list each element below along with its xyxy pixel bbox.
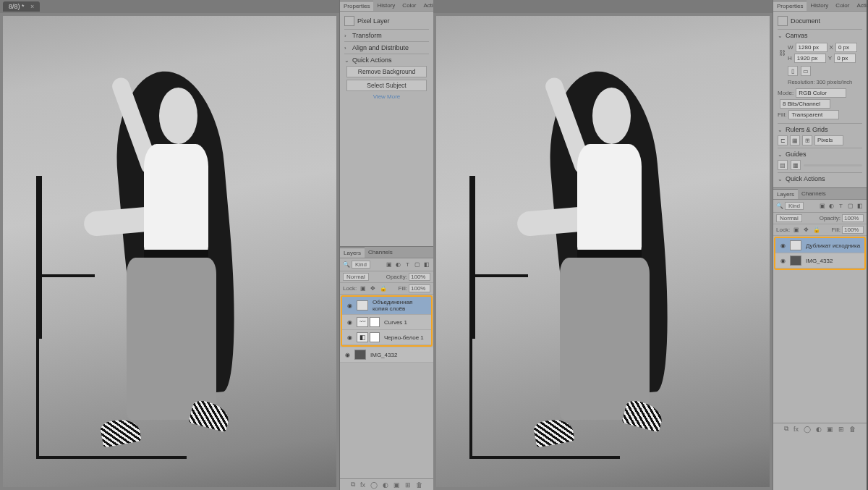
opacity-input[interactable]: 100% (409, 273, 430, 281)
y-input[interactable]: 0 px (834, 54, 856, 63)
bit-depth-select[interactable]: 8 Bits/Channel (780, 99, 830, 109)
ruler-units-select[interactable]: Pixels (814, 135, 843, 145)
orientation-landscape-icon[interactable]: ▭ (801, 66, 811, 76)
layer-mask-thumb[interactable] (370, 332, 380, 342)
view-more-link[interactable]: View More (344, 93, 429, 100)
document-tab-bar: 8/8) * × (0, 0, 339, 13)
lock-position-icon[interactable]: ✥ (802, 226, 810, 234)
section-rulers[interactable]: ⌄Rulers & Grids (778, 126, 862, 133)
lock-row: Lock: ▣ ✥ 🔒 Fill:100% (340, 283, 433, 295)
kind-filter[interactable]: Kind (785, 202, 804, 210)
grid2-icon[interactable]: ⊞ (802, 135, 812, 145)
blend-mode-select[interactable]: Normal (343, 273, 369, 281)
blend-mode-select[interactable]: Normal (776, 214, 802, 222)
section-guides[interactable]: ⌄Guides (778, 151, 862, 158)
layer-row[interactable]: ◉ IMG_4332 (340, 347, 433, 363)
tab-actions[interactable]: Actions (853, 1, 868, 10)
curves-icon: 〰 (357, 317, 368, 327)
layer-row[interactable]: ◉ ◧ Черно-белое 1 (342, 330, 431, 345)
visibility-icon[interactable]: ◉ (778, 242, 787, 249)
new-layer-icon[interactable]: ⊞ (405, 481, 411, 489)
mask-icon[interactable]: ◯ (804, 426, 811, 433)
link-icon[interactable]: ⧉ (351, 481, 355, 489)
orientation-portrait-icon[interactable]: ▯ (788, 66, 798, 76)
section-transform[interactable]: ›Transform (344, 32, 429, 39)
tab-layers[interactable]: Layers (340, 248, 365, 258)
layer-name[interactable]: IMG_4332 (369, 352, 430, 358)
guides-toggle-icon[interactable]: ▤ (778, 160, 788, 170)
trash-icon[interactable]: 🗑 (849, 426, 856, 433)
tab-channels[interactable]: Channels (798, 189, 830, 198)
layer-mask-thumb[interactable] (370, 317, 380, 327)
kind-filter[interactable]: Kind (352, 261, 370, 269)
photo-canvas (436, 16, 770, 487)
fill-input[interactable]: 100% (409, 284, 430, 292)
section-align[interactable]: ›Align and Distribute (344, 44, 429, 51)
layers-bottom-bar: ⧉ fx ◯ ◐ ▣ ⊞ 🗑 (773, 423, 867, 434)
properties-body: Pixel Layer ›Transform ›Align and Distri… (340, 12, 433, 109)
group-icon[interactable]: ▣ (827, 426, 833, 433)
layer-row[interactable]: ◉ IMG_4332 (775, 253, 864, 269)
x-input[interactable]: 0 px (835, 43, 857, 52)
section-quick-actions[interactable]: ⌄Quick Actions (778, 175, 862, 182)
grid-icon[interactable]: ▦ (790, 135, 800, 145)
remove-background-button[interactable]: Remove Background (346, 66, 427, 77)
height-input[interactable]: 1920 px (794, 54, 826, 63)
adjustment-icon[interactable]: ◐ (816, 426, 822, 433)
fx-icon[interactable]: fx (360, 481, 365, 489)
layer-name[interactable]: Объединенная копия слоёв (371, 299, 428, 312)
select-subject-button[interactable]: Select Subject (346, 80, 427, 91)
lock-position-icon[interactable]: ✥ (369, 284, 377, 292)
mask-icon[interactable]: ◯ (370, 481, 378, 489)
visibility-icon[interactable]: ◉ (345, 319, 354, 326)
visibility-icon[interactable]: ◉ (345, 334, 354, 341)
canvas-holder[interactable] (433, 13, 773, 490)
visibility-icon[interactable]: ◉ (345, 303, 354, 309)
visibility-icon[interactable]: ◉ (778, 258, 787, 264)
color-mode-select[interactable]: RGB Color (796, 88, 846, 98)
width-input[interactable]: 1280 px (796, 43, 827, 52)
canvas-fill-select[interactable]: Transparent (788, 110, 839, 119)
section-canvas[interactable]: ⌄Canvas (778, 32, 862, 39)
visibility-icon[interactable]: ◉ (343, 352, 352, 358)
section-quick-actions[interactable]: ⌄Quick Actions (344, 56, 429, 64)
document-tab[interactable]: 8/8) * × (3, 1, 40, 12)
tab-properties[interactable]: Properties (340, 1, 373, 11)
lock-all-icon[interactable]: 🔒 (812, 226, 820, 234)
link-icon[interactable]: ⧉ (784, 425, 788, 433)
layer-row[interactable]: ◉ Дубликат исходника (775, 238, 864, 253)
adjustment-icon[interactable]: ◐ (383, 481, 388, 489)
layer-name[interactable]: Curves 1 (383, 319, 428, 326)
trash-icon[interactable]: 🗑 (416, 481, 422, 489)
resolution-label: Resolution: 300 pixels/inch (788, 79, 862, 85)
canvas-holder[interactable] (0, 13, 339, 490)
layers-filter-row: 🔍Kind ▣◐T▢◧ (340, 258, 433, 271)
lock-all-icon[interactable]: 🔒 (379, 284, 387, 292)
guides-slider[interactable] (804, 164, 862, 166)
lock-pixels-icon[interactable]: ▣ (359, 284, 367, 292)
tab-properties[interactable]: Properties (773, 1, 807, 11)
fx-icon[interactable]: fx (793, 426, 799, 433)
layer-name[interactable]: Черно-белое 1 (383, 334, 428, 341)
lock-pixels-icon[interactable]: ▣ (792, 226, 800, 234)
layer-thumb (354, 350, 366, 360)
tab-history[interactable]: History (807, 1, 832, 10)
tab-color[interactable]: Color (399, 1, 420, 10)
photo-canvas (3, 16, 336, 487)
layer-name[interactable]: IMG_4332 (804, 258, 861, 264)
group-icon[interactable]: ▣ (393, 481, 400, 489)
layer-name[interactable]: Дубликат исходника (804, 242, 861, 249)
opacity-input[interactable]: 100% (842, 214, 864, 222)
fill-input[interactable]: 100% (842, 226, 864, 234)
layer-row[interactable]: ◉ Объединенная копия слоёв (342, 297, 431, 315)
tab-history[interactable]: History (373, 1, 399, 10)
layer-row[interactable]: ◉ 〰 Curves 1 (342, 315, 431, 330)
tab-color[interactable]: Color (832, 1, 853, 10)
tab-channels[interactable]: Channels (365, 248, 396, 257)
tab-layers[interactable]: Layers (773, 189, 798, 199)
ruler-icon[interactable]: ⊏ (778, 135, 788, 145)
close-icon[interactable]: × (30, 3, 34, 10)
link-dimensions-icon[interactable]: ⛓ (778, 41, 786, 64)
new-layer-icon[interactable]: ⊞ (838, 426, 844, 433)
guides-lock-icon[interactable]: ▦ (791, 160, 801, 170)
